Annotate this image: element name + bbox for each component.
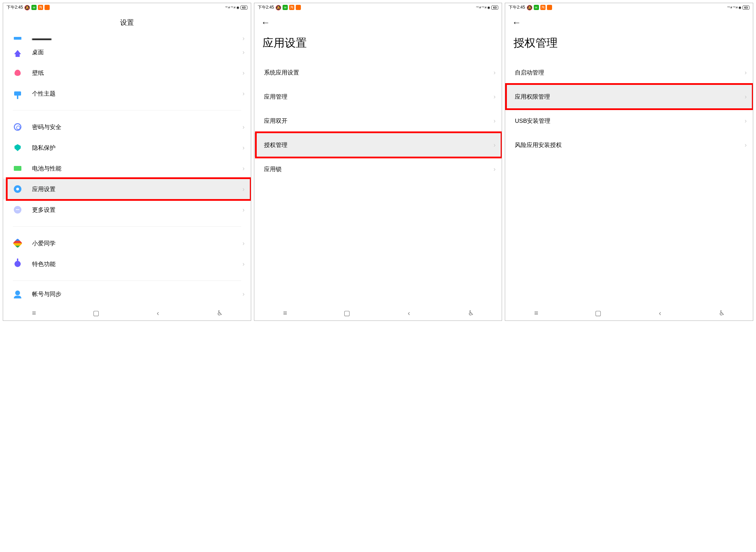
settings-item-desktop[interactable]: 桌面 › (3, 42, 251, 62)
status-bar: 下午2:45 🔕 ✉ 淘 ᴴᴰ.ıll ᴴᴰ.ıll ◉ 63 (3, 3, 251, 12)
dnd-icon: 🔕 (527, 5, 532, 10)
signal-2-icon: ᴴᴰ.ıll (231, 6, 235, 9)
item-app-permission-management[interactable]: 应用权限管理 › (505, 85, 753, 109)
nav-back-button[interactable]: ‹ (656, 309, 664, 317)
xiaoai-icon (13, 238, 22, 248)
more-icon (14, 206, 21, 214)
signal-2-icon: ᴴᴰ.ıll (482, 6, 486, 9)
phone-screen-3: 下午2:45 🔕 ✉ 淘 ᴴᴰ.ıll ᴴᴰ.ıll ◉ 63 ← 授权管理 (505, 3, 753, 321)
chevron-right-icon: › (243, 206, 245, 214)
divider (13, 280, 241, 281)
item-authorization-management[interactable]: 授权管理 › (254, 133, 502, 157)
item-app-lock[interactable]: 应用锁 › (254, 157, 502, 181)
chevron-right-icon: › (243, 260, 245, 268)
status-time: 下午2:45 (7, 4, 23, 10)
chevron-right-icon: › (243, 240, 245, 247)
app-icon (547, 5, 552, 10)
taobao-icon: 淘 (540, 5, 546, 10)
wechat-icon: ✉ (534, 5, 539, 10)
item-autostart-management[interactable]: 自启动管理 › (505, 60, 753, 85)
home-icon (14, 50, 21, 54)
chevron-right-icon: › (243, 290, 245, 298)
item-dual-apps[interactable]: 应用双开 › (254, 109, 502, 133)
status-time: 下午2:45 (258, 4, 274, 10)
status-bar: 下午2:45 🔕 ✉ 淘 ᴴᴰ.ıll ᴴᴰ.ıll ◉ 63 (254, 3, 502, 12)
app-icon (296, 5, 301, 10)
nav-home-button[interactable]: ▢ (594, 309, 602, 317)
navigation-bar: ≡ ▢ ‹ ♿︎ (254, 304, 502, 321)
chevron-right-icon: › (243, 69, 245, 77)
nav-back-button[interactable]: ‹ (154, 309, 162, 317)
item-system-app-settings[interactable]: 系统应用设置 › (254, 60, 502, 85)
navigation-bar: ≡ ▢ ‹ ♿︎ (3, 304, 251, 321)
settings-item-partial[interactable]: ▬▬▬▬ › (3, 35, 251, 42)
fingerprint-icon (14, 123, 21, 131)
chevron-right-icon: › (493, 69, 495, 76)
nav-home-button[interactable]: ▢ (343, 309, 351, 317)
special-icon (14, 261, 21, 267)
settings-item-more[interactable]: 更多设置 › (3, 199, 251, 220)
settings-item-privacy[interactable]: 隐私保护 › (3, 137, 251, 158)
account-icon (15, 290, 20, 295)
taobao-icon: 淘 (289, 5, 294, 10)
signal-2-icon: ᴴᴰ.ıll (733, 6, 737, 9)
page-title: 授权管理 (505, 31, 753, 60)
dnd-icon: 🔕 (275, 5, 281, 10)
settings-item-wallpaper[interactable]: 壁纸 › (3, 62, 251, 83)
item-usb-install-management[interactable]: USB安装管理 › (505, 109, 753, 133)
nav-back-button[interactable]: ‹ (405, 309, 413, 317)
settings-item-xiaoai[interactable]: 小爱同学 › (3, 233, 251, 254)
back-button[interactable]: ← (512, 17, 521, 28)
settings-item-password[interactable]: 密码与安全 › (3, 117, 251, 137)
chevron-right-icon: › (493, 93, 495, 100)
chevron-right-icon: › (745, 69, 747, 76)
signal-1-icon: ᴴᴰ.ıll (476, 6, 481, 9)
settings-item-theme[interactable]: 个性主题 › (3, 83, 251, 104)
back-button[interactable]: ← (261, 17, 270, 28)
settings-item-account[interactable]: 帐号与同步 › (3, 287, 251, 301)
page-title: 应用设置 (254, 31, 502, 60)
nav-menu-button[interactable]: ≡ (30, 309, 38, 317)
chevron-right-icon: › (493, 117, 495, 125)
settings-item-special[interactable]: 特色功能 › (3, 254, 251, 274)
status-time: 下午2:45 (509, 4, 525, 10)
battery-icon: 63 (743, 6, 749, 10)
chevron-right-icon: › (745, 117, 747, 125)
chevron-right-icon: › (243, 144, 245, 151)
settings-item-battery[interactable]: 电池与性能 › (3, 158, 251, 179)
chevron-right-icon: › (243, 124, 245, 131)
item-app-management[interactable]: 应用管理 › (254, 85, 502, 109)
wechat-icon: ✉ (283, 5, 288, 10)
chevron-right-icon: › (243, 49, 245, 56)
nav-menu-button[interactable]: ≡ (281, 309, 289, 317)
item-risk-app-install-auth[interactable]: 风险应用安装授权 › (505, 133, 753, 157)
divider (13, 226, 241, 227)
signal-1-icon: ᴴᴰ.ıll (727, 6, 732, 9)
nav-accessibility-button[interactable]: ♿︎ (467, 309, 475, 317)
status-bar: 下午2:45 🔕 ✉ 淘 ᴴᴰ.ıll ᴴᴰ.ıll ◉ 63 (505, 3, 753, 12)
shield-icon (14, 144, 21, 151)
phone-screen-1: 下午2:45 🔕 ✉ 淘 ᴴᴰ.ıll ᴴᴰ.ıll ◉ 63 设置 ▬▬▬ (3, 3, 251, 321)
navigation-bar: ≡ ▢ ‹ ♿︎ (505, 304, 753, 321)
chevron-right-icon: › (493, 141, 495, 149)
chevron-right-icon: › (243, 35, 245, 42)
battery-icon: 63 (240, 6, 247, 10)
battery-icon: 63 (491, 6, 498, 10)
chevron-right-icon: › (493, 166, 495, 173)
wifi-icon: ◉ (487, 6, 490, 9)
divider (13, 110, 241, 110)
phone-screen-2: 下午2:45 🔕 ✉ 淘 ᴴᴰ.ıll ᴴᴰ.ıll ◉ 63 ← 应用设置 (254, 3, 502, 321)
gear-icon (14, 185, 21, 193)
app-icon (45, 5, 50, 10)
settings-item-app-settings[interactable]: 应用设置 › (3, 179, 251, 199)
partial-icon (14, 37, 21, 40)
dnd-icon: 🔕 (24, 5, 30, 10)
signal-1-icon: ᴴᴰ.ıll (225, 6, 230, 9)
nav-accessibility-button[interactable]: ♿︎ (216, 309, 224, 317)
nav-home-button[interactable]: ▢ (92, 309, 100, 317)
nav-accessibility-button[interactable]: ♿︎ (718, 309, 726, 317)
taobao-icon: 淘 (38, 5, 43, 10)
nav-menu-button[interactable]: ≡ (532, 309, 540, 317)
page-title: 设置 (3, 12, 251, 35)
chevron-right-icon: › (243, 165, 245, 172)
